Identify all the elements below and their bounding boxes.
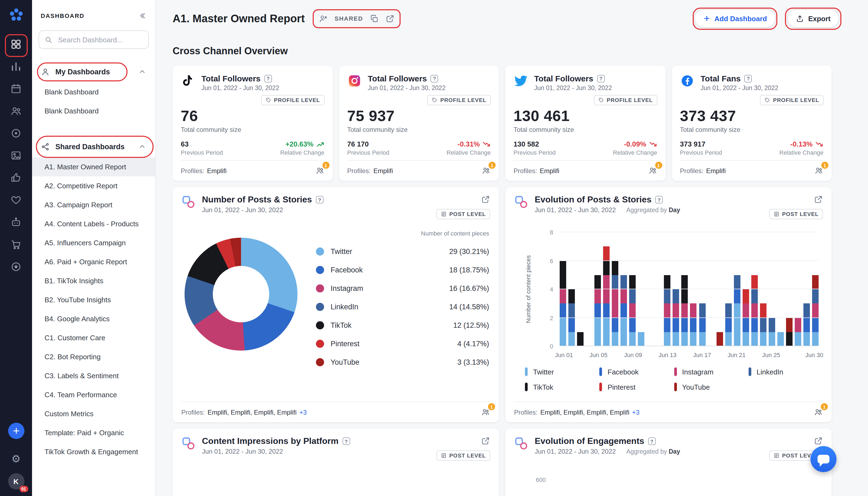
- linkedin-swatch-icon: [748, 367, 751, 376]
- profiles-filter-icon[interactable]: 1: [481, 407, 490, 417]
- sidebar-item[interactable]: A1. Master Owned Report: [32, 157, 155, 176]
- sidebar-item[interactable]: A6. Paid + Organic Report: [32, 252, 155, 271]
- sidebar-item[interactable]: A3. Campaign Report: [32, 195, 155, 214]
- rail-item-listening[interactable]: [7, 125, 25, 143]
- linkedin-segment: [664, 289, 671, 304]
- sidebar-item[interactable]: A4. Content Labels - Products: [32, 214, 155, 233]
- rail-item-commerce[interactable]: [7, 236, 25, 255]
- sidebar-item[interactable]: TikTok Growth & Engagement: [32, 442, 155, 461]
- aggregation-control[interactable]: Aggregated by Day: [626, 207, 680, 213]
- sidebar-item[interactable]: C4. Team Performance: [32, 385, 155, 404]
- rail-item-dashboards[interactable]: [7, 36, 25, 55]
- card-date-range: Jun 01, 2022 - Jun 30, 2022: [202, 206, 323, 214]
- card-footer: Profiles: Emplifi, Emplifi, Emplifi, Emp…: [181, 402, 490, 422]
- tiktok-kpi-card: Total Followers ? Jun 01, 2022 - Jun 30,…: [173, 66, 332, 181]
- twitter-segment: [664, 332, 671, 346]
- profiles-filter-icon[interactable]: 1: [648, 166, 657, 175]
- x-tick-label: Jun 30: [805, 352, 823, 358]
- sidebar-item[interactable]: A5. Influencers Campaign: [32, 233, 155, 252]
- card-title: Number of Posts & Stories: [202, 195, 312, 205]
- rail-item-content[interactable]: [7, 147, 25, 166]
- rail-item-analytics[interactable]: [7, 58, 25, 77]
- sidebar-item[interactable]: Blank Dashboard: [32, 102, 155, 121]
- kpi-change: +20.63% Relative Change: [280, 140, 324, 156]
- profiles-filter-icon[interactable]: 1: [481, 166, 491, 175]
- legend-label: TikTok: [533, 383, 553, 391]
- sidebar-item[interactable]: Custom Metrics: [32, 404, 155, 423]
- profiles-more-link[interactable]: +3: [632, 408, 639, 416]
- sidebar-item[interactable]: C1. Customer Care: [32, 328, 155, 347]
- twitter-segment: [560, 318, 566, 346]
- open-report-icon[interactable]: [481, 436, 490, 446]
- export-icon: [796, 14, 804, 22]
- open-report-icon[interactable]: [814, 436, 823, 446]
- sidebar-item[interactable]: A2. Competitive Report: [32, 176, 155, 195]
- settings-gear-icon[interactable]: ⚙: [11, 454, 21, 464]
- aggregation-control[interactable]: Aggregated by Day: [626, 448, 680, 455]
- help-icon[interactable]: ?: [316, 196, 323, 203]
- open-report-icon[interactable]: [814, 195, 823, 204]
- sidebar-item[interactable]: C2. Bot Reporting: [32, 347, 155, 366]
- sidebar-item[interactable]: B1. TikTok Insights: [32, 271, 155, 290]
- collapse-sidebar-icon[interactable]: [138, 11, 146, 20]
- help-icon[interactable]: ?: [264, 75, 272, 82]
- help-icon[interactable]: ?: [655, 196, 663, 203]
- sidebar-item[interactable]: C3. Labels & Sentiment: [32, 366, 155, 385]
- profiles-label: Profiles:: [181, 408, 205, 416]
- notification-count-badge: 91: [19, 486, 28, 492]
- kpi-change-value: -0.13%: [779, 140, 823, 148]
- linkedin-segment: [734, 275, 740, 290]
- widget-icon: [181, 195, 196, 209]
- x-tick-label: Jun 05: [590, 352, 607, 358]
- legend-label: YouTube: [682, 383, 710, 391]
- rail-item-automation[interactable]: [7, 214, 25, 233]
- facebook-kpi-card: Total Fans ? Jun 01, 2022 - Jun 30, 2022…: [672, 66, 832, 181]
- bar-jun-18: [708, 232, 714, 346]
- twitter-segment: [568, 332, 575, 346]
- bar-jun-04: [586, 232, 592, 346]
- profiles-filter-icon[interactable]: 1: [315, 166, 324, 175]
- sidebar-item[interactable]: B2. YouTube Insights: [32, 290, 155, 309]
- open-report-icon[interactable]: [481, 195, 490, 204]
- user-avatar[interactable]: K 91: [8, 473, 24, 490]
- sidebar-item[interactable]: Blank Dashboard: [32, 82, 155, 102]
- help-icon[interactable]: ?: [431, 75, 438, 82]
- chat-bubble-button[interactable]: [810, 446, 837, 472]
- help-icon[interactable]: ?: [342, 437, 350, 445]
- rail-item-reviews[interactable]: [7, 259, 25, 277]
- y-axis-title: Number of content pieces: [525, 255, 531, 323]
- export-button[interactable]: Export: [787, 9, 839, 28]
- help-icon[interactable]: ?: [648, 437, 656, 445]
- sidebar-item[interactable]: Template: Paid + Organic: [32, 423, 155, 442]
- rail-item-engagement[interactable]: [7, 170, 25, 188]
- facebook-segment: [742, 318, 749, 332]
- section-header-my-dashboards[interactable]: My Dashboards: [32, 63, 155, 80]
- document-icon: [774, 453, 779, 459]
- legend-item-linkedin: LinkedIn: [748, 365, 823, 379]
- rail-item-care[interactable]: [7, 192, 25, 210]
- add-dashboard-button[interactable]: Add Dashboard: [694, 9, 776, 28]
- profiles-filter-icon[interactable]: 1: [814, 166, 823, 175]
- profiles-more-link[interactable]: +3: [299, 408, 307, 416]
- instagram-segment: [682, 304, 688, 318]
- document-icon: [441, 211, 447, 217]
- rail-item-community[interactable]: [7, 103, 25, 121]
- copy-link-icon[interactable]: [370, 14, 379, 23]
- open-external-icon[interactable]: [385, 14, 394, 23]
- instagram-segment: [812, 304, 819, 318]
- linkedin-segment: [760, 318, 766, 332]
- create-new-button[interactable]: [8, 423, 24, 439]
- page-header: A1. Master Owned Report SHARED Add Dashb…: [156, 0, 868, 29]
- kpi-previous-label: Previous Period: [347, 149, 389, 156]
- search-input[interactable]: [57, 35, 143, 44]
- section-header-shared-dashboards[interactable]: Shared Dashboards: [32, 138, 155, 155]
- linkedin-segment: [803, 304, 810, 318]
- help-icon[interactable]: ?: [597, 75, 605, 82]
- rail-item-publisher[interactable]: [7, 81, 25, 99]
- emplifi-logo-icon[interactable]: [8, 7, 24, 23]
- tiktok-segment: [568, 289, 575, 304]
- sidebar-item[interactable]: B4. Google Analytics: [32, 309, 155, 328]
- help-icon[interactable]: ?: [744, 75, 752, 82]
- profiles-filter-icon[interactable]: 1: [814, 407, 823, 417]
- chevron-up-icon: [138, 142, 146, 151]
